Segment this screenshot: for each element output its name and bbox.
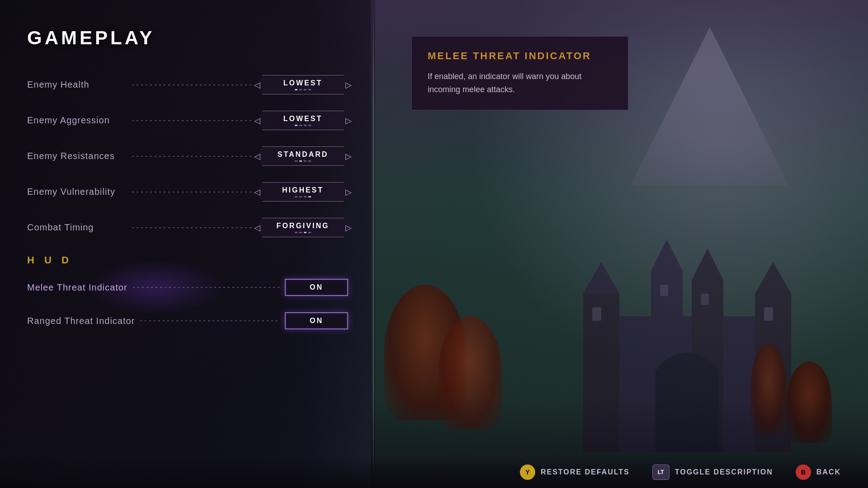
description-panel: MELEE THREAT INDICATOR If enabled, an in… — [411, 36, 628, 110]
badge-y: Y — [520, 465, 535, 480]
setting-row-melee-threat[interactable]: Melee Threat Indicator ON — [27, 271, 348, 304]
dots-enemy-health — [132, 84, 252, 85]
main-content: GAMEPLAY Enemy Health ◁ LOWEST ▷ — [0, 0, 868, 488]
settings-list: Enemy Health ◁ LOWEST ▷ Enemy Aggression — [27, 67, 348, 338]
toggle-selector-ranged[interactable]: ON — [285, 312, 348, 329]
setting-row-enemy-resistances[interactable]: Enemy Resistances ◁ STANDARD ▷ — [27, 138, 348, 174]
setting-label-melee-threat: Melee Threat Indicator — [27, 282, 127, 293]
arrow-left-enemy-resistances[interactable]: ◁ — [254, 151, 260, 161]
setting-label-combat-timing: Combat Timing — [27, 222, 127, 233]
value-text-enemy-vulnerability: HIGHEST — [282, 186, 324, 194]
value-selector-enemy-aggression[interactable]: ◁ LOWEST ▷ — [258, 111, 348, 130]
setting-row-ranged-threat[interactable]: Ranged Threat Indicator ON — [27, 304, 348, 338]
arrow-right-enemy-health[interactable]: ▷ — [345, 80, 352, 90]
dots-enemy-vulnerability — [132, 192, 252, 192]
label-back: BACK — [816, 468, 841, 476]
value-box-combat-timing: FORGIVING — [258, 218, 348, 237]
value-text-enemy-resistances: STANDARD — [278, 150, 329, 158]
toggle-text-ranged: ON — [310, 317, 323, 324]
action-back[interactable]: B BACK — [796, 465, 841, 480]
toggle-text-melee: ON — [310, 283, 323, 291]
toggle-box-ranged[interactable]: ON — [285, 312, 348, 329]
value-box-enemy-vulnerability: HIGHEST — [258, 182, 348, 202]
value-text-enemy-aggression: LOWEST — [283, 115, 322, 122]
value-selector-enemy-health[interactable]: ◁ LOWEST ▷ — [258, 75, 348, 94]
setting-label-enemy-vulnerability: Enemy Vulnerability — [27, 187, 127, 197]
setting-label-ranged-threat: Ranged Threat Indicator — [27, 316, 135, 326]
setting-label-enemy-aggression: Enemy Aggression — [27, 115, 127, 126]
arrow-right-combat-timing[interactable]: ▷ — [345, 223, 352, 233]
bottom-bar: Y RESTORE DEFAULTS LT TOGGLE DESCRIPTION… — [0, 456, 868, 488]
value-text-combat-timing: FORGIVING — [277, 222, 330, 230]
hud-section-header: H U D — [27, 245, 348, 271]
value-box-enemy-aggression: LOWEST — [258, 111, 348, 130]
description-text: If enabled, an indicator will warn you a… — [428, 70, 612, 96]
action-toggle-description[interactable]: LT TOGGLE DESCRIPTION — [652, 465, 773, 480]
description-title: MELEE THREAT INDICATOR — [428, 50, 612, 62]
value-selector-combat-timing[interactable]: ◁ FORGIVING ▷ — [258, 218, 348, 237]
badge-lt: LT — [652, 465, 670, 480]
dots-enemy-aggression — [132, 120, 252, 121]
label-restore-defaults: RESTORE DEFAULTS — [541, 468, 630, 476]
description-side: MELEE THREAT INDICATOR If enabled, an in… — [375, 0, 868, 488]
arrow-right-enemy-vulnerability[interactable]: ▷ — [345, 187, 352, 197]
dots-combat-timing — [132, 227, 252, 228]
page-title: GAMEPLAY — [27, 27, 348, 49]
toggle-selector-melee[interactable]: ON — [285, 279, 348, 296]
setting-row-enemy-aggression[interactable]: Enemy Aggression ◁ LOWEST ▷ — [27, 103, 348, 138]
setting-row-enemy-vulnerability[interactable]: Enemy Vulnerability ◁ HIGHEST ▷ — [27, 174, 348, 210]
setting-label-enemy-health: Enemy Health — [27, 80, 127, 90]
value-box-enemy-health: LOWEST — [258, 75, 348, 94]
settings-panel: GAMEPLAY Enemy Health ◁ LOWEST ▷ — [0, 0, 375, 488]
value-selector-enemy-vulnerability[interactable]: ◁ HIGHEST ▷ — [258, 182, 348, 202]
arrow-right-enemy-aggression[interactable]: ▷ — [345, 116, 352, 126]
arrow-left-enemy-health[interactable]: ◁ — [254, 80, 260, 90]
dots-melee-threat — [133, 287, 279, 288]
label-toggle-description: TOGGLE DESCRIPTION — [675, 468, 773, 476]
toggle-box-melee[interactable]: ON — [285, 279, 348, 296]
action-restore-defaults[interactable]: Y RESTORE DEFAULTS — [520, 465, 630, 480]
dots-ranged-threat — [140, 320, 279, 321]
setting-row-enemy-health[interactable]: Enemy Health ◁ LOWEST ▷ — [27, 67, 348, 103]
arrow-left-enemy-aggression[interactable]: ◁ — [254, 116, 260, 126]
setting-row-combat-timing[interactable]: Combat Timing ◁ FORGIVING ▷ — [27, 210, 348, 245]
dots-enemy-resistances — [132, 156, 252, 157]
value-selector-enemy-resistances[interactable]: ◁ STANDARD ▷ — [258, 146, 348, 166]
setting-label-enemy-resistances: Enemy Resistances — [27, 151, 127, 161]
badge-b: B — [796, 465, 811, 480]
value-box-enemy-resistances: STANDARD — [258, 146, 348, 166]
arrow-left-enemy-vulnerability[interactable]: ◁ — [254, 187, 260, 197]
arrow-left-combat-timing[interactable]: ◁ — [254, 223, 260, 233]
value-text-enemy-health: LOWEST — [283, 79, 322, 87]
arrow-right-enemy-resistances[interactable]: ▷ — [345, 151, 352, 161]
